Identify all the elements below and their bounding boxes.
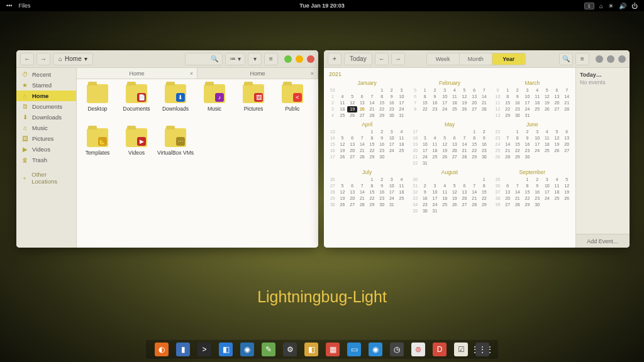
dock-app[interactable]: ◧ (304, 343, 318, 356)
sidebar-item-home[interactable]: ⌂Home (16, 90, 76, 101)
dock-app[interactable]: ✎ (262, 343, 275, 356)
files-window: ← → ⌂ Home ▾ 🔍 ≔ ▾ ▾ ≡ ⏱Recent★Starred⌂H… (16, 50, 318, 248)
dock-app[interactable]: ◉ (240, 343, 254, 356)
today-button[interactable]: Today (344, 53, 372, 65)
path-bar[interactable]: ⌂ Home ▾ (53, 53, 93, 65)
minimize-button[interactable] (284, 55, 292, 63)
folder-emblem-icon: ⋯ (176, 137, 185, 146)
month-may[interactable]: May1712183456789191011121314151620171819… (410, 121, 489, 167)
agenda-header: Today… (576, 68, 630, 79)
next-button[interactable]: → (391, 53, 405, 65)
folder-label: Videos (128, 150, 145, 156)
prev-button[interactable]: ← (375, 53, 389, 65)
sidebar-item-videos[interactable]: ▶Videos (16, 144, 76, 155)
dock-app[interactable]: ◧ (219, 343, 233, 356)
workspace-indicator[interactable]: 1 (584, 3, 594, 9)
back-button[interactable]: ← (20, 53, 34, 65)
view-week[interactable]: Week (427, 53, 460, 65)
dock-app[interactable]: D (433, 343, 447, 356)
folder-virtualbox-vms[interactable]: ⋯VirtualBox VMs (156, 128, 195, 168)
folder-label: Templates (86, 150, 110, 156)
add-event-button[interactable]: Add Event… (576, 234, 630, 248)
sidebar-item-documents[interactable]: 🖺Documents (16, 101, 76, 112)
clock[interactable]: Tue Jan 19 20:03 (299, 3, 344, 9)
folder-emblem-icon: 📐 (98, 137, 107, 146)
calendar-year-view[interactable]: 2021 January5312314567891021112131415161… (324, 68, 575, 248)
view-options-button[interactable]: ▾ (248, 53, 262, 65)
sidebar-item-music[interactable]: ♫Music (16, 123, 76, 133)
new-event-button[interactable]: + (328, 53, 341, 65)
dock-app[interactable]: ☑ (454, 343, 468, 356)
power-icon[interactable]: ⏻ (631, 3, 638, 9)
sidebar-item-label: Downloads (32, 114, 62, 121)
folder-templates[interactable]: 📐Templates (78, 128, 117, 168)
close-button[interactable] (307, 55, 314, 63)
month-july[interactable]: July261234275678910112812131415161718291… (328, 169, 406, 214)
sidebar-item-starred[interactable]: ★Starred (16, 80, 76, 90)
dock-app[interactable]: > (197, 343, 211, 356)
activities-button[interactable]: ••• (6, 3, 12, 9)
view-list-button[interactable]: ≔ ▾ (225, 53, 245, 65)
folder-icon: ⬇ (165, 84, 186, 103)
folder-icon: ♪ (204, 84, 225, 103)
brightness-icon[interactable]: ☀ (608, 3, 614, 9)
month-february[interactable]: February51234567689101112131471516171819… (410, 80, 489, 119)
tab[interactable]: Home× (197, 68, 318, 79)
close-icon[interactable]: × (311, 70, 314, 77)
folder-documents[interactable]: 📄Documents (117, 84, 156, 124)
tab[interactable]: Home× (77, 68, 197, 79)
dock-app[interactable]: ⊚ (411, 343, 425, 356)
home-icon[interactable]: ⌂ (599, 3, 603, 9)
minimize-button[interactable] (596, 55, 603, 63)
calendar-headerbar: + Today ← → WeekMonthYear 🔍 ≡ (324, 50, 630, 68)
dock-app[interactable]: ◷ (390, 343, 404, 356)
close-button[interactable] (618, 55, 626, 63)
sidebar-icon: ⬇ (21, 114, 28, 121)
folder-videos[interactable]: ▶Videos (117, 128, 156, 168)
folder-public[interactable]: <Public (273, 84, 312, 124)
folder-downloads[interactable]: ⬇Downloads (156, 84, 195, 124)
dock-app[interactable]: ▦ (326, 343, 340, 356)
dock-app[interactable]: ⚙ (283, 343, 297, 356)
sidebar-item-label: Starred (32, 82, 52, 89)
hamburger-button[interactable]: ≡ (264, 53, 278, 65)
dock-app[interactable]: ⋮⋮⋮ (475, 343, 489, 356)
sidebar-item-recent[interactable]: ⏱Recent (16, 69, 76, 80)
month-name: September (493, 169, 572, 175)
search-button[interactable]: 🔍 (185, 53, 223, 65)
month-january[interactable]: January531231456789102111213141516173181… (328, 80, 406, 119)
folder-desktop[interactable]: Desktop (78, 84, 117, 124)
month-september[interactable]: September3512345366789101112371314151617… (493, 169, 572, 214)
dock: ◐▮>◧◉✎⚙◧▦▭◉◷⊚D☑⋮⋮⋮ (145, 339, 499, 359)
dock-app[interactable]: ◐ (155, 343, 169, 356)
appmenu-label[interactable]: Files (18, 3, 30, 9)
view-month[interactable]: Month (460, 53, 492, 65)
sidebar-item-pictures[interactable]: 🖼Pictures (16, 133, 76, 144)
sidebar-item-other-locations[interactable]: +Other Locations (16, 169, 76, 187)
month-june[interactable]: June221234562378910111213241415161718192… (493, 121, 572, 167)
sidebar-item-trash[interactable]: 🗑Trash (16, 155, 76, 165)
folder-label: Pictures (244, 106, 264, 112)
view-year[interactable]: Year (492, 53, 525, 65)
sidebar-icon: ⌂ (21, 92, 28, 99)
volume-icon[interactable]: 🔊 (619, 3, 626, 9)
folder-emblem-icon: ♪ (215, 93, 224, 102)
month-name: May (410, 121, 489, 128)
dock-app[interactable]: ▭ (347, 343, 361, 356)
folder-pictures[interactable]: 🖼Pictures (234, 84, 273, 124)
sidebar-item-label: Trash (32, 156, 47, 163)
folder-emblem-icon: ▶ (137, 137, 146, 146)
close-icon[interactable]: × (190, 70, 193, 77)
sidebar-item-downloads[interactable]: ⬇Downloads (16, 112, 76, 123)
month-march[interactable]: March91234567108910111213141115161718192… (493, 80, 572, 119)
search-button[interactable]: 🔍 (559, 53, 573, 65)
forward-button[interactable]: → (36, 53, 50, 65)
folder-music[interactable]: ♪Music (195, 84, 234, 124)
maximize-button[interactable] (296, 55, 303, 63)
month-april[interactable]: April13123414567891011151213141516171816… (328, 121, 406, 167)
dock-app[interactable]: ▮ (176, 343, 190, 356)
month-august[interactable]: August3013123456783291011121314153316171… (410, 169, 489, 214)
maximize-button[interactable] (607, 55, 614, 63)
hamburger-button[interactable]: ≡ (575, 53, 589, 65)
dock-app[interactable]: ◉ (369, 343, 382, 356)
